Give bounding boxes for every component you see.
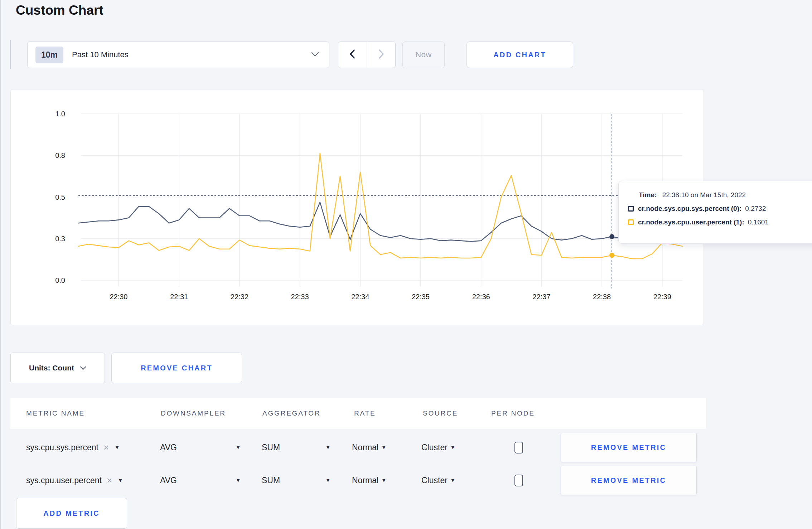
- metric-name: sys.cpu.user.percent: [26, 476, 102, 485]
- svg-text:22:31: 22:31: [170, 293, 188, 301]
- source-select[interactable]: Cluster ▼: [421, 465, 455, 495]
- rate-value: Normal: [352, 443, 378, 452]
- rate-select[interactable]: Normal ▼: [352, 432, 386, 462]
- time-range-dropdown[interactable]: 10m Past 10 Minutes: [27, 42, 329, 68]
- units-dropdown[interactable]: Units: Count: [10, 353, 105, 383]
- close-icon[interactable]: ×: [107, 476, 112, 485]
- tooltip-series-label: cr.node.sys.cpu.user.percent (1):: [638, 218, 744, 226]
- chevron-down-icon: [311, 52, 319, 58]
- close-icon[interactable]: ×: [103, 443, 109, 452]
- remove-metric-button[interactable]: REMOVE METRIC: [561, 433, 697, 462]
- tooltip-time-value: 22:38:10 on Mar 15th, 2022: [662, 191, 746, 199]
- prev-time-button[interactable]: [338, 42, 367, 68]
- col-rate: RATE: [354, 398, 376, 429]
- per-node-checkbox[interactable]: [514, 475, 523, 486]
- metric-name-cell[interactable]: sys.cpu.user.percent × ▼: [26, 465, 123, 495]
- downsampler-value: AVG: [160, 443, 177, 452]
- svg-text:22:32: 22:32: [231, 293, 248, 301]
- source-select[interactable]: Cluster ▼: [421, 432, 455, 462]
- units-label: Units: Count: [29, 364, 74, 372]
- aggregator-select[interactable]: SUM ▼: [262, 432, 330, 462]
- per-node-cell: [514, 432, 523, 462]
- chevron-down-icon: [80, 366, 86, 370]
- chevron-down-icon: ▼: [450, 445, 455, 450]
- tooltip-series-value: 0.2732: [745, 205, 766, 213]
- aggregator-value: SUM: [262, 476, 280, 485]
- add-chart-button[interactable]: ADD CHART: [467, 42, 573, 68]
- chart-card: 0.00.30.50.81.022:3022:3122:3222:3322:34…: [10, 89, 704, 325]
- toolbar-left-rule: [10, 40, 11, 69]
- tooltip-series-value: 0.1601: [748, 218, 769, 226]
- col-downsampler: DOWNSAMPLER: [161, 398, 226, 429]
- table-row: sys.cpu.sys.percent × ▼ AVG ▼ SUM ▼ Norm…: [10, 432, 706, 462]
- rate-select[interactable]: Normal ▼: [352, 465, 386, 495]
- cpu-line-chart[interactable]: 0.00.30.50.81.022:3022:3122:3222:3322:34…: [11, 89, 704, 326]
- svg-text:0.3: 0.3: [55, 235, 65, 243]
- next-time-button[interactable]: [367, 42, 395, 68]
- svg-text:22:35: 22:35: [412, 293, 430, 301]
- tooltip-time-label: Time:: [639, 191, 657, 199]
- chart-tooltip: Time: 22:38:10 on Mar 15th, 2022 cr.node…: [618, 181, 812, 244]
- chevron-down-icon: ▼: [450, 477, 455, 483]
- svg-text:22:39: 22:39: [653, 293, 671, 301]
- svg-text:22:30: 22:30: [110, 293, 127, 301]
- per-node-checkbox[interactable]: [514, 442, 523, 453]
- svg-text:22:37: 22:37: [532, 293, 550, 301]
- time-pager: [338, 42, 396, 68]
- metric-name-cell[interactable]: sys.cpu.sys.percent × ▼: [26, 432, 120, 462]
- remove-metric-button[interactable]: REMOVE METRIC: [561, 466, 697, 495]
- page-left-edge: [0, 0, 1, 529]
- chevron-left-icon: [349, 49, 356, 60]
- chevron-down-icon[interactable]: ▼: [115, 445, 120, 450]
- chevron-down-icon: ▼: [381, 445, 386, 450]
- source-value: Cluster: [421, 443, 448, 452]
- user-series-swatch-icon: [628, 219, 634, 225]
- sys-series-swatch-icon: [628, 206, 634, 212]
- metric-name: sys.cpu.sys.percent: [26, 443, 98, 452]
- svg-text:0.8: 0.8: [55, 151, 65, 159]
- svg-text:22:38: 22:38: [593, 293, 611, 301]
- svg-text:22:34: 22:34: [351, 293, 369, 301]
- rate-value: Normal: [352, 476, 378, 485]
- col-aggregator: AGGREGATOR: [262, 398, 320, 429]
- chevron-down-icon[interactable]: ▼: [118, 477, 123, 483]
- now-button[interactable]: Now: [402, 42, 445, 68]
- page-title: Custom Chart: [16, 3, 103, 18]
- tooltip-series-row: cr.node.sys.cpu.user.percent (1): 0.1601: [628, 218, 812, 226]
- svg-text:22:36: 22:36: [472, 293, 490, 301]
- downsampler-value: AVG: [160, 476, 177, 485]
- metrics-table-header: METRIC NAME DOWNSAMPLER AGGREGATOR RATE …: [10, 398, 706, 429]
- chevron-down-icon: ▼: [236, 445, 241, 450]
- remove-chart-button[interactable]: REMOVE CHART: [111, 353, 242, 383]
- time-range-label: Past 10 Minutes: [72, 50, 129, 59]
- svg-text:22:33: 22:33: [291, 293, 309, 301]
- col-metric-name: METRIC NAME: [26, 398, 85, 429]
- chevron-down-icon: ▼: [325, 445, 330, 450]
- per-node-cell: [514, 465, 523, 495]
- downsampler-select[interactable]: AVG ▼: [160, 432, 241, 462]
- add-metric-button[interactable]: ADD METRIC: [16, 498, 127, 529]
- svg-text:1.0: 1.0: [55, 110, 65, 118]
- aggregator-select[interactable]: SUM ▼: [262, 465, 330, 495]
- chevron-right-icon: [378, 49, 385, 60]
- aggregator-value: SUM: [262, 443, 280, 452]
- chevron-down-icon: ▼: [236, 477, 241, 483]
- svg-text:0.5: 0.5: [55, 193, 65, 201]
- svg-text:0.0: 0.0: [55, 276, 65, 284]
- col-source: SOURCE: [423, 398, 458, 429]
- chevron-down-icon: ▼: [381, 477, 386, 483]
- table-row: sys.cpu.user.percent × ▼ AVG ▼ SUM ▼ Nor…: [10, 465, 706, 495]
- downsampler-select[interactable]: AVG ▼: [160, 465, 241, 495]
- time-range-badge: 10m: [35, 47, 63, 63]
- source-value: Cluster: [421, 476, 448, 485]
- tooltip-series-row: cr.node.sys.cpu.sys.percent (0): 0.2732: [628, 205, 812, 213]
- chevron-down-icon: ▼: [325, 477, 330, 483]
- col-per-node: PER NODE: [491, 398, 535, 429]
- tooltip-time-row: Time: 22:38:10 on Mar 15th, 2022: [639, 191, 812, 199]
- tooltip-series-label: cr.node.sys.cpu.sys.percent (0):: [638, 205, 741, 213]
